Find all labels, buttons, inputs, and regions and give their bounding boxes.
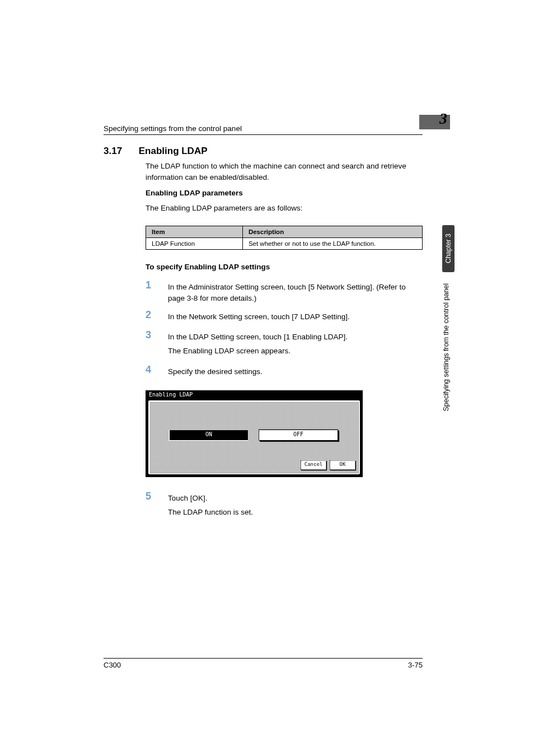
table-cell-desc: Set whether or not to use the LDAP funct… — [242, 238, 422, 250]
step-text: In the Network Setting screen, touch [7 … — [168, 311, 423, 323]
step-text: Specify the desired settings. — [168, 366, 423, 377]
table-header-row: Item Description — [146, 226, 423, 238]
cancel-button[interactable]: Cancel — [301, 460, 326, 470]
step-subtext: The Enabling LDAP screen appears. — [168, 346, 423, 357]
off-button[interactable]: OFF — [259, 430, 338, 441]
screenshot-title: Enabling LDAP — [149, 391, 193, 398]
step-number: 2 — [146, 309, 151, 321]
section-number: 3.17 — [104, 146, 136, 157]
side-running-label: Specifying settings from the control pan… — [442, 283, 455, 412]
step-number: 1 — [146, 279, 151, 291]
running-header: Specifying settings from the control pan… — [104, 124, 423, 135]
table-cell-item: LDAP Function — [146, 238, 243, 250]
device-screenshot: Enabling LDAP ON OFF Cancel OK — [146, 390, 363, 477]
step-text: Touch [OK]. — [168, 493, 423, 504]
section-heading: 3.17 Enabling LDAP — [104, 146, 208, 157]
side-chapter-tab: Chapter 3 — [442, 225, 455, 272]
on-button[interactable]: ON — [169, 430, 249, 441]
step-number: 4 — [146, 364, 151, 376]
step-text: In the Administrator Setting screen, tou… — [168, 282, 423, 304]
parameters-table: Item Description LDAP Function Set wheth… — [146, 226, 423, 250]
parameters-lead: The Enabling LDAP parameters are as foll… — [146, 203, 423, 214]
page-footer: C300 3-75 — [104, 658, 423, 669]
section-intro: The LDAP function to which the machine c… — [146, 161, 423, 183]
screenshot-body: ON OFF Cancel OK — [148, 400, 360, 474]
table-header-item: Item — [146, 226, 243, 238]
running-header-text: Specifying settings from the control pan… — [104, 124, 242, 133]
chapter-number: 3 — [439, 110, 447, 128]
parameters-heading: Enabling LDAP parameters — [146, 189, 243, 197]
table-row: LDAP Function Set whether or not to use … — [146, 238, 423, 250]
footer-page-number: 3-75 — [408, 661, 423, 669]
step-subtext: The LDAP function is set. — [168, 507, 423, 518]
table-header-desc: Description — [242, 226, 422, 238]
ok-button[interactable]: OK — [330, 460, 355, 470]
step-number: 5 — [146, 491, 151, 502]
step-number: 3 — [146, 329, 151, 341]
section-title: Enabling LDAP — [139, 146, 208, 156]
step-text: In the LDAP Setting screen, touch [1 Ena… — [168, 332, 423, 343]
procedure-heading: To specify Enabling LDAP settings — [146, 263, 270, 271]
footer-model: C300 — [104, 661, 121, 669]
